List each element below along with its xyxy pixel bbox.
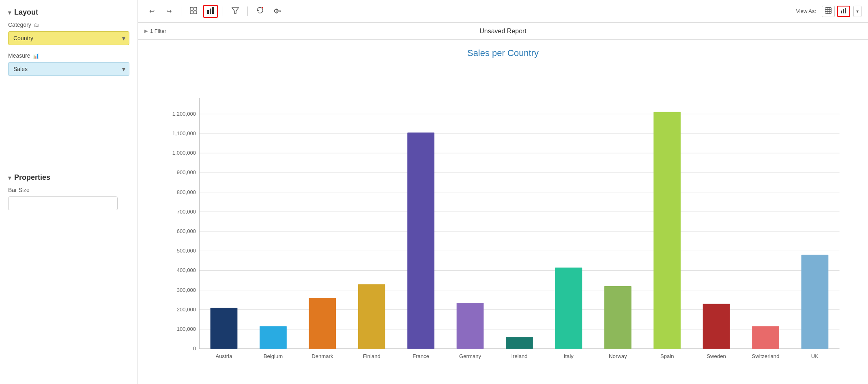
filter-button[interactable] [228, 5, 243, 18]
svg-text:Spain: Spain [660, 353, 674, 359]
view-dropdown-icon: ▾ [856, 9, 859, 14]
svg-text:Ireland: Ireland [511, 353, 527, 359]
category-select-wrapper[interactable]: Country [8, 31, 129, 45]
chart-title: Sales per Country [467, 48, 539, 58]
category-label: Category 🗂 [8, 22, 129, 28]
filter-bar-inner: ▶ 1 Filter Unsaved Report [144, 28, 862, 34]
bar-chart-button[interactable] [203, 5, 218, 18]
properties-chevron-icon[interactable]: ▾ [8, 175, 11, 181]
svg-text:1,100,000: 1,100,000 [172, 130, 196, 136]
svg-rect-6 [212, 7, 214, 14]
view-table-icon [825, 7, 831, 15]
svg-rect-3 [194, 11, 197, 14]
svg-rect-67 [703, 304, 730, 349]
svg-text:400,000: 400,000 [177, 267, 196, 273]
svg-rect-16 [841, 11, 842, 13]
svg-text:600,000: 600,000 [177, 228, 196, 234]
view-dropdown-button[interactable]: ▾ [853, 6, 862, 17]
bar-size-label: Bar Size [8, 187, 129, 193]
settings-button[interactable]: ⚙ ▾ [270, 5, 284, 18]
measure-label: Measure 📊 [8, 52, 129, 59]
svg-text:Norway: Norway [609, 353, 627, 359]
measure-select-wrapper[interactable]: Sales [8, 62, 129, 76]
bar-chart-svg: 0100,000200,000300,000400,000500,000600,… [154, 92, 852, 376]
chart-container: 0100,000200,000300,000400,000500,000600,… [154, 67, 852, 376]
filter-chevron-icon[interactable]: ▶ [144, 28, 148, 34]
svg-rect-63 [604, 286, 632, 349]
undo-button[interactable]: ↩ [144, 5, 159, 18]
properties-section-header: ▾ Properties [8, 173, 129, 182]
svg-text:700,000: 700,000 [177, 209, 196, 215]
svg-marker-8 [257, 9, 259, 11]
svg-rect-59 [506, 337, 533, 349]
view-as-label: View As: [796, 8, 816, 14]
main-content: ↩ ↪ [138, 0, 868, 384]
redo-button[interactable]: ↪ [161, 5, 176, 18]
view-table-button[interactable] [822, 6, 835, 17]
svg-text:Belgium: Belgium [264, 353, 283, 359]
svg-text:Denmark: Denmark [312, 353, 333, 359]
bar-chart-icon [207, 7, 214, 16]
svg-text:Germany: Germany [459, 353, 481, 359]
bar-size-input[interactable]: 50 [8, 196, 118, 210]
toolbar-sep-3 [247, 6, 248, 16]
svg-text:Finland: Finland [363, 353, 380, 359]
svg-text:500,000: 500,000 [177, 248, 196, 254]
view-bar-button[interactable] [837, 6, 850, 17]
view-bar-icon [840, 7, 847, 15]
filter-bar: ▶ 1 Filter Unsaved Report [138, 23, 868, 40]
sidebar: ▾ Layout Category 🗂 Country Measure 📊 Sa… [0, 0, 138, 384]
svg-rect-65 [653, 112, 681, 349]
refresh-icon [256, 7, 264, 16]
svg-rect-1 [194, 7, 197, 10]
category-select[interactable]: Country [8, 31, 129, 45]
toolbar: ↩ ↪ [138, 0, 868, 23]
svg-text:1,200,000: 1,200,000 [172, 111, 196, 117]
svg-rect-4 [207, 10, 209, 14]
svg-rect-51 [309, 298, 336, 349]
svg-rect-11 [825, 7, 831, 13]
svg-rect-61 [555, 268, 582, 349]
filter-count[interactable]: 1 Filter [150, 28, 166, 34]
layout-section-header: ▾ Layout [8, 8, 129, 17]
svg-line-10 [262, 7, 263, 8]
svg-rect-49 [260, 326, 287, 349]
svg-rect-5 [210, 9, 211, 14]
svg-rect-69 [752, 326, 779, 349]
category-icon: 🗂 [34, 22, 39, 28]
svg-rect-0 [190, 7, 193, 10]
svg-rect-57 [457, 303, 484, 349]
svg-text:800,000: 800,000 [177, 189, 196, 195]
measure-icon: 📊 [32, 53, 39, 59]
svg-text:200,000: 200,000 [177, 306, 196, 313]
refresh-button[interactable] [253, 5, 267, 18]
svg-text:UK: UK [811, 353, 819, 359]
report-title: Unsaved Report [479, 28, 526, 35]
measure-select[interactable]: Sales [8, 62, 129, 76]
properties-label: Properties [14, 173, 50, 182]
table-view-button[interactable] [186, 5, 201, 18]
svg-text:France: France [413, 353, 429, 359]
svg-rect-17 [843, 9, 844, 13]
table-view-icon [190, 7, 197, 16]
svg-rect-55 [407, 132, 434, 349]
toolbar-sep-2 [223, 6, 223, 16]
undo-icon: ↩ [149, 7, 155, 15]
svg-text:Switzerland: Switzerland [752, 353, 780, 359]
svg-text:300,000: 300,000 [177, 287, 196, 293]
svg-text:900,000: 900,000 [177, 169, 196, 175]
layout-label: Layout [14, 8, 38, 17]
settings-dropdown-icon: ▾ [279, 9, 281, 13]
layout-chevron-icon[interactable]: ▾ [8, 9, 11, 16]
svg-text:Austria: Austria [216, 353, 233, 359]
svg-text:0: 0 [193, 345, 196, 352]
toolbar-sep-1 [181, 6, 181, 16]
properties-section: ▾ Properties Bar Size 50 [8, 173, 129, 210]
settings-icon: ⚙ [273, 7, 279, 15]
svg-text:100,000: 100,000 [177, 326, 196, 332]
svg-rect-53 [358, 284, 385, 349]
redo-icon: ↪ [166, 7, 172, 15]
filter-icon [232, 7, 239, 16]
svg-text:Italy: Italy [564, 353, 574, 359]
svg-rect-18 [845, 8, 846, 13]
